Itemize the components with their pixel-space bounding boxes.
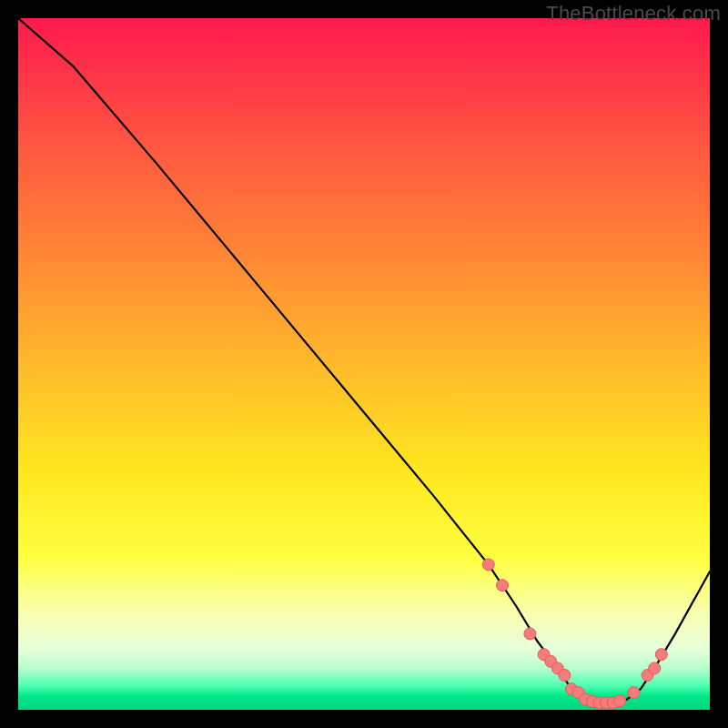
marker-dot <box>628 687 640 699</box>
marker-group <box>482 559 667 709</box>
marker-dot <box>482 559 494 571</box>
marker-dot <box>524 628 536 640</box>
marker-dot <box>655 649 667 661</box>
chart-svg <box>18 18 710 710</box>
chart-stage: TheBottleneck.com <box>0 0 728 728</box>
marker-dot <box>614 695 626 707</box>
plot-area <box>18 18 710 710</box>
marker-dot <box>497 580 509 592</box>
bottleneck-curve <box>18 18 710 703</box>
marker-dot <box>559 670 571 682</box>
marker-dot <box>649 662 661 674</box>
